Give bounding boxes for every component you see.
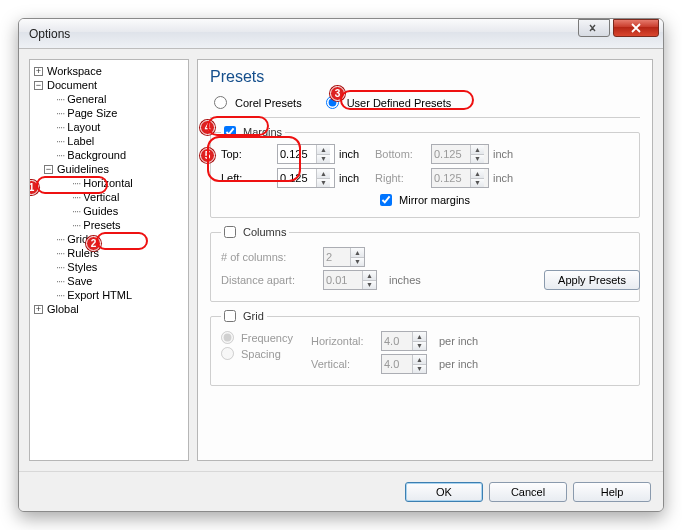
help-button[interactable]: Help	[573, 482, 651, 502]
ok-button[interactable]: OK	[405, 482, 483, 502]
columns-legend[interactable]: Columns	[221, 226, 289, 238]
columns-count-label: # of columns:	[221, 251, 315, 263]
tree-global[interactable]: +Global	[32, 302, 186, 316]
fieldset-grid: Grid Frequency Spacing Horizontal: ▲▼ pe…	[210, 310, 640, 386]
radio-corel[interactable]: Corel Presets	[214, 96, 302, 109]
dialog-footer: OK Cancel Help	[19, 471, 663, 511]
mirror-margins[interactable]: Mirror margins	[380, 194, 470, 206]
spin-up-icon[interactable]: ▲	[317, 169, 330, 179]
bottom-spinner: ▲▼	[431, 144, 489, 164]
help-titlebar-button[interactable]	[578, 19, 610, 37]
tree-label[interactable]: ···· Label	[32, 134, 186, 148]
fieldset-margins: Margins 4 5 Top: ▲▼ inch Bottom: ▲▼ inch…	[210, 126, 640, 218]
top-spinner[interactable]: ▲▼	[277, 144, 335, 164]
divider	[210, 117, 640, 118]
margins-legend[interactable]: Margins	[221, 126, 285, 138]
columns-checkbox[interactable]	[224, 226, 236, 238]
grid-v-spinner: ▲▼	[381, 354, 427, 374]
cancel-button[interactable]: Cancel	[489, 482, 567, 502]
right-label: Right:	[375, 172, 431, 184]
titlebar-buttons	[578, 19, 659, 37]
tree-workspace[interactable]: +Workspace	[32, 64, 186, 78]
close-button[interactable]	[613, 19, 659, 37]
spin-up-icon[interactable]: ▲	[317, 145, 330, 155]
tree-styles[interactable]: ···· Styles	[32, 260, 186, 274]
left-label: Left:	[221, 172, 277, 184]
columns-count-spinner: ▲▼	[323, 247, 365, 267]
radio-user[interactable]: User Defined Presets	[326, 96, 452, 109]
grid-h-label: Horizontal:	[311, 335, 373, 347]
annotation-4: 4	[200, 120, 215, 135]
right-spinner: ▲▼	[431, 168, 489, 188]
options-dialog: Options 1 2 +Workspace −Document ···· Ge…	[18, 18, 664, 512]
tree-page-size[interactable]: ···· Page Size	[32, 106, 186, 120]
tree-grid[interactable]: ···· Grid	[32, 232, 186, 246]
bottom-label: Bottom:	[375, 148, 431, 160]
tree-guides[interactable]: ···· Guides	[32, 204, 186, 218]
grid-legend[interactable]: Grid	[221, 310, 267, 322]
top-input[interactable]	[278, 145, 316, 163]
radio-frequency: Frequency	[221, 331, 293, 344]
left-spinner[interactable]: ▲▼	[277, 168, 335, 188]
unit-label: inch	[339, 148, 375, 160]
annotation-5: 5	[200, 148, 215, 163]
grid-v-label: Vertical:	[311, 358, 373, 370]
window-title: Options	[29, 27, 70, 41]
columns-distance-label: Distance apart:	[221, 274, 315, 286]
grid-h-spinner: ▲▼	[381, 331, 427, 351]
apply-presets-button[interactable]: Apply Presets	[544, 270, 640, 290]
fieldset-columns: Columns # of columns: ▲▼ Distance apart:…	[210, 226, 640, 302]
tree-horizontal[interactable]: ···· Horizontal	[32, 176, 186, 190]
radio-spacing: Spacing	[221, 347, 281, 360]
tree-vertical[interactable]: ···· Vertical	[32, 190, 186, 204]
content-panel: Presets Corel Presets User Defined Prese…	[197, 59, 653, 461]
tree-document[interactable]: −Document	[32, 78, 186, 92]
tree-general[interactable]: ···· General	[32, 92, 186, 106]
spin-down-icon[interactable]: ▼	[317, 155, 330, 164]
grid-checkbox[interactable]	[224, 310, 236, 322]
tree-presets[interactable]: ···· Presets	[32, 218, 186, 232]
tree-guidelines[interactable]: −Guidelines	[32, 162, 186, 176]
margins-checkbox[interactable]	[224, 126, 236, 138]
columns-distance-spinner: ▲▼	[323, 270, 377, 290]
page-title: Presets	[210, 68, 640, 86]
tree-layout[interactable]: ···· Layout	[32, 120, 186, 134]
spin-down-icon[interactable]: ▼	[317, 179, 330, 188]
tree-rulers[interactable]: ···· Rulers	[32, 246, 186, 260]
top-label: Top:	[221, 148, 277, 160]
tree-save[interactable]: ···· Save	[32, 274, 186, 288]
tree-export-html[interactable]: ···· Export HTML	[32, 288, 186, 302]
tree-background[interactable]: ···· Background	[32, 148, 186, 162]
dialog-body: 1 2 +Workspace −Document ···· General ··…	[19, 49, 663, 471]
left-input[interactable]	[278, 169, 316, 187]
category-tree[interactable]: 1 2 +Workspace −Document ···· General ··…	[29, 59, 189, 461]
titlebar: Options	[19, 19, 663, 49]
